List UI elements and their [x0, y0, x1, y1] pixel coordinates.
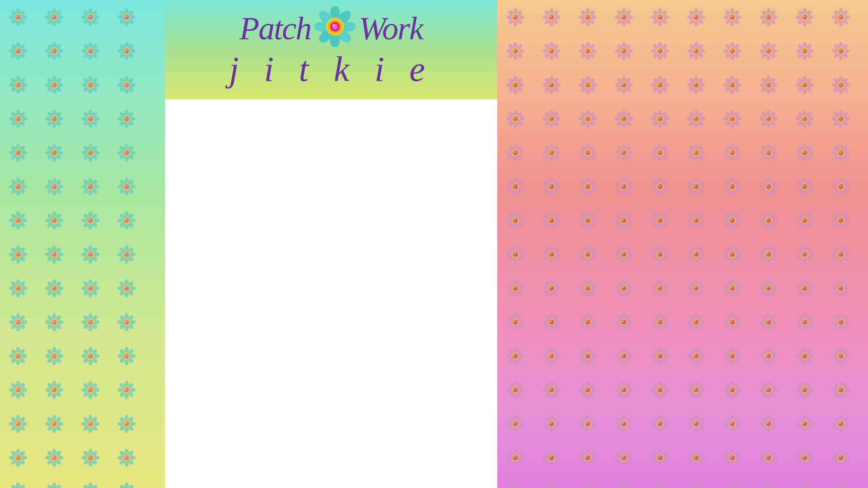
svg-point-43	[125, 15, 127, 17]
svg-point-153	[52, 117, 54, 119]
svg-point-351	[125, 253, 127, 254]
flower-cell	[0, 0, 36, 34]
svg-point-2675	[730, 482, 734, 488]
svg-point-1518	[513, 150, 518, 155]
svg-point-1650	[585, 184, 590, 189]
svg-point-1430	[585, 116, 590, 121]
svg-point-1816	[767, 219, 769, 221]
svg-point-2586	[767, 456, 769, 458]
flower-cell	[497, 237, 533, 271]
flower-cell	[787, 271, 823, 305]
svg-point-1760	[585, 218, 590, 223]
svg-point-461	[52, 354, 54, 356]
flower-cell	[678, 339, 714, 373]
svg-point-2443	[658, 422, 660, 424]
svg-point-1947	[839, 252, 844, 257]
svg-point-31	[88, 14, 93, 19]
flower-cell	[36, 237, 72, 271]
svg-point-2530	[585, 455, 590, 460]
flower-cell	[497, 407, 533, 441]
svg-point-32	[89, 15, 90, 17]
flower-cell	[714, 271, 750, 305]
svg-point-252	[89, 185, 90, 187]
svg-point-1387	[803, 83, 805, 85]
svg-point-307	[125, 219, 127, 221]
svg-point-2497	[839, 421, 844, 426]
svg-point-560	[89, 422, 90, 424]
flower-cell	[36, 169, 72, 203]
svg-point-1497	[803, 117, 805, 119]
svg-point-119	[88, 82, 93, 87]
svg-point-1442	[622, 117, 624, 119]
svg-point-109	[52, 83, 54, 85]
svg-point-1145	[731, 15, 732, 17]
flower-cell	[497, 68, 533, 102]
svg-point-296	[89, 219, 90, 221]
svg-point-1991	[622, 286, 627, 291]
flower-cell	[823, 474, 859, 488]
svg-point-2388	[839, 388, 841, 390]
flower-cell	[787, 373, 823, 407]
flower-cell	[823, 237, 859, 271]
svg-point-1595	[766, 150, 771, 155]
svg-point-2300	[550, 388, 552, 390]
svg-point-1585	[731, 151, 732, 153]
flower-pattern-right	[497, 0, 868, 488]
svg-point-2123	[694, 319, 699, 324]
flower-cell	[678, 169, 714, 203]
svg-point-1266	[767, 49, 769, 51]
svg-point-405	[16, 319, 21, 324]
svg-point-1486	[767, 117, 769, 119]
svg-point-1287	[839, 48, 844, 53]
flower-cell	[72, 305, 108, 339]
svg-point-1320	[585, 82, 590, 87]
svg-point-229	[16, 184, 21, 189]
svg-point-493	[16, 387, 21, 392]
svg-point-2575	[731, 456, 732, 458]
svg-point-340	[89, 253, 90, 254]
svg-point-548	[52, 421, 57, 426]
flower-cell	[533, 407, 570, 441]
svg-point-1717	[803, 185, 805, 187]
svg-point-2476	[767, 422, 769, 424]
svg-point-10	[16, 15, 18, 17]
svg-point-1969	[549, 286, 554, 291]
svg-point-2464	[730, 421, 735, 426]
svg-point-1530	[550, 151, 552, 153]
svg-point-1673	[658, 185, 660, 187]
flower-cell	[72, 237, 108, 271]
flower-cell	[72, 339, 108, 373]
flower-cell	[36, 136, 72, 169]
flower-cell	[533, 34, 570, 68]
svg-point-2366	[767, 388, 769, 390]
svg-point-2178	[513, 353, 518, 358]
svg-point-98	[16, 83, 18, 85]
svg-point-1695	[731, 185, 732, 187]
svg-point-2310	[585, 387, 590, 392]
flower-cell	[0, 474, 36, 488]
flower-cell	[72, 474, 108, 488]
flower-cell	[714, 441, 750, 474]
svg-point-1771	[622, 218, 627, 223]
svg-point-1805	[731, 219, 732, 221]
svg-point-2256	[767, 354, 769, 356]
flower-cell	[642, 373, 678, 407]
svg-point-2387	[839, 387, 844, 392]
svg-point-373	[52, 286, 54, 288]
svg-point-2223	[658, 354, 660, 356]
flower-cell	[0, 339, 36, 373]
svg-point-504	[52, 387, 57, 392]
flower-cell	[533, 271, 570, 305]
svg-point-175	[125, 117, 127, 119]
svg-point-1640	[550, 185, 552, 187]
svg-point-2079	[549, 319, 554, 324]
svg-point-1354	[694, 83, 696, 85]
svg-point-1793	[694, 218, 699, 223]
svg-point-1607	[803, 151, 805, 153]
svg-point-1343	[658, 83, 660, 85]
flower-cell	[678, 373, 714, 407]
svg-point-416	[52, 319, 57, 324]
svg-point-2267	[803, 354, 805, 356]
flower-cell	[108, 407, 145, 441]
flower-cell	[570, 441, 606, 474]
